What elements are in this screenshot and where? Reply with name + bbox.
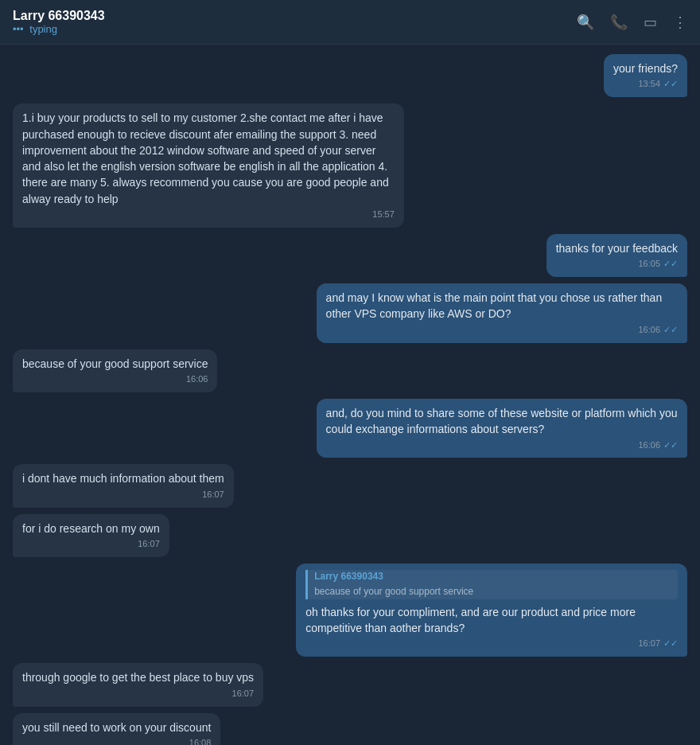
- message-time: 16:08: [189, 737, 212, 745]
- message-bubble: your friends? 13:54 ✓✓: [604, 54, 687, 97]
- message-row: thanks for your feedback 16:05 ✓✓: [13, 234, 687, 277]
- chat-window: Larry 66390343 ••• typing 🔍 📞 ▭ ⋮ your f…: [0, 0, 700, 745]
- contact-name: Larry 66390343: [13, 9, 105, 23]
- message-row: and may I know what is the main point th…: [13, 283, 687, 343]
- phone-icon[interactable]: 📞: [610, 14, 628, 31]
- message-text: oh thanks for your compliment, and are o…: [305, 606, 636, 634]
- message-row: for i do research on my own 16:07: [13, 514, 687, 557]
- header-actions: 🔍 📞 ▭ ⋮: [577, 14, 687, 31]
- read-receipt: ✓✓: [663, 324, 678, 337]
- quote-name: Larry 66390343: [314, 570, 678, 583]
- message-time: 15:57: [372, 209, 395, 221]
- read-receipt: ✓✓: [663, 258, 678, 271]
- message-bubble: thanks for your feedback 16:05 ✓✓: [546, 234, 687, 277]
- message-bubble: because of your good support service 16:…: [13, 349, 217, 392]
- sidebar-icon[interactable]: ▭: [644, 14, 657, 31]
- message-text: 1.i buy your products to sell to my cust…: [22, 111, 389, 205]
- message-row: your friends? 13:54 ✓✓: [13, 54, 687, 97]
- message-text: thanks for your feedback: [556, 242, 678, 255]
- message-text: for i do research on my own: [22, 522, 160, 535]
- chat-header: Larry 66390343 ••• typing 🔍 📞 ▭ ⋮: [0, 0, 700, 45]
- message-text: i dont have much information about them: [22, 472, 224, 485]
- message-text: and may I know what is the main point th…: [326, 291, 663, 320]
- message-row: you still need to work on your discount …: [13, 713, 687, 746]
- read-receipt: ✓✓: [663, 638, 678, 650]
- message-bubble: Larry 66390343 because of your good supp…: [296, 564, 687, 657]
- message-row: and, do you mind to share some of these …: [13, 399, 687, 458]
- message-time: 16:07: [232, 688, 255, 700]
- message-row: 1.i buy your products to sell to my cust…: [13, 103, 687, 228]
- header-contact-info: Larry 66390343 ••• typing: [13, 9, 105, 35]
- message-time: 16:07: [638, 638, 660, 650]
- message-time: 16:07: [138, 538, 160, 551]
- message-text: because of your good support service: [22, 357, 208, 370]
- message-row: i dont have much information about them …: [13, 464, 687, 507]
- message-bubble: you still need to work on your discount …: [13, 713, 220, 746]
- message-text: your friends?: [613, 62, 678, 75]
- message-time: 16:06: [638, 439, 660, 452]
- message-row: because of your good support service 16:…: [13, 349, 687, 392]
- message-row: Larry 66390343 because of your good supp…: [13, 564, 687, 657]
- message-time: 16:06: [638, 324, 660, 337]
- message-text: you still need to work on your discount: [22, 721, 211, 734]
- chat-messages: your friends? 13:54 ✓✓ 1.i buy your prod…: [0, 45, 700, 745]
- message-bubble: i dont have much information about them …: [13, 464, 234, 507]
- message-bubble: and, do you mind to share some of these …: [317, 399, 687, 458]
- read-receipt: ✓✓: [663, 439, 678, 452]
- message-bubble: and may I know what is the main point th…: [317, 283, 687, 343]
- message-bubble: 1.i buy your products to sell to my cust…: [13, 103, 404, 228]
- message-time: 13:54: [638, 78, 660, 91]
- typing-dots: •••: [13, 23, 24, 35]
- read-receipt: ✓✓: [663, 78, 678, 91]
- message-time: 16:05: [638, 258, 660, 271]
- message-row: through google to get the best place to …: [13, 663, 687, 706]
- message-bubble: for i do research on my own 16:07: [13, 514, 169, 557]
- message-time: 16:07: [202, 489, 224, 501]
- message-time: 16:06: [186, 373, 208, 386]
- message-text: and, do you mind to share some of these …: [326, 407, 678, 435]
- message-text: through google to get the best place to …: [22, 671, 254, 684]
- quote-block: Larry 66390343 because of your good supp…: [305, 570, 678, 599]
- message-bubble: through google to get the best place to …: [13, 663, 263, 706]
- typing-status: ••• typing: [13, 23, 105, 35]
- more-icon[interactable]: ⋮: [673, 14, 687, 31]
- search-icon[interactable]: 🔍: [577, 14, 594, 31]
- quote-text: because of your good support service: [314, 585, 678, 599]
